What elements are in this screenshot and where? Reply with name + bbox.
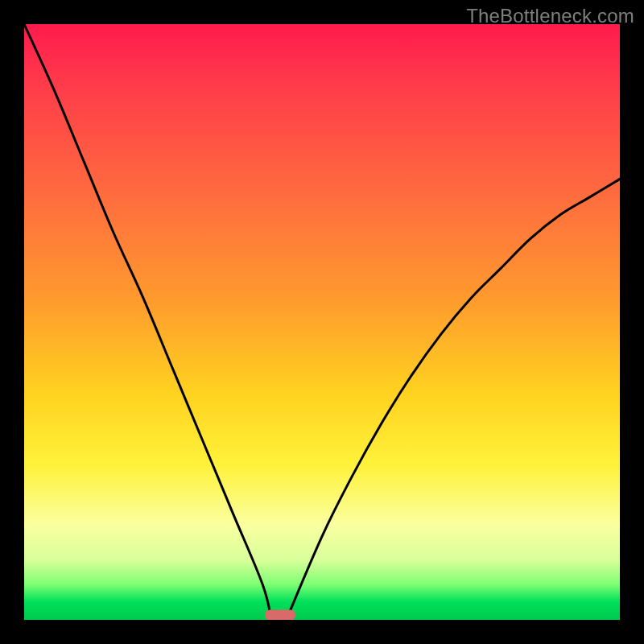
curve-right-branch <box>287 179 620 620</box>
plot-area <box>24 24 620 620</box>
curve-left-branch <box>24 24 271 620</box>
bottleneck-curve <box>24 24 620 620</box>
optimal-point-marker <box>265 610 295 620</box>
